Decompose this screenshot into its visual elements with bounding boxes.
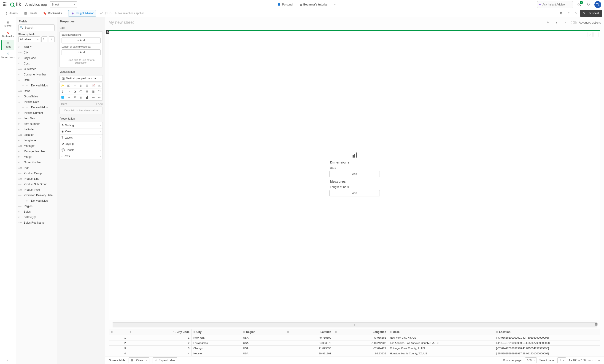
- add-right-icon[interactable]: +: [600, 189, 604, 193]
- viz-pivot-icon[interactable]: ▦: [90, 88, 97, 95]
- help-icon[interactable]: ? 3: [576, 1, 582, 8]
- viz-bullet-icon[interactable]: ▬: [90, 95, 97, 100]
- presentation-styling[interactable]: ⚙Styling›: [60, 141, 102, 147]
- field-item[interactable]: #Manager Number: [16, 149, 57, 154]
- field-item[interactable]: #Customer Number: [16, 72, 57, 77]
- field-item[interactable]: AbcRegion: [16, 204, 57, 209]
- field-item[interactable]: #Sales Qty: [16, 215, 57, 220]
- field-item[interactable]: #Item Number: [16, 121, 57, 127]
- column-menu-icon[interactable]: ≡: [130, 330, 131, 334]
- viz-frame[interactable]: ✥ ⤢ ⋯ Dimensions Bars Add Measures Lengt…: [109, 30, 600, 320]
- viz-map-icon[interactable]: 🌐: [60, 95, 66, 100]
- field-item[interactable]: #Order Number: [16, 160, 57, 165]
- presentation-labels[interactable]: TLabels›: [60, 135, 102, 141]
- column-menu-icon[interactable]: ≡: [287, 330, 289, 334]
- field-item[interactable]: #City Code: [16, 55, 57, 61]
- expand-viz-icon[interactable]: ⤢: [588, 32, 592, 37]
- rail-master[interactable]: 🔗Master items: [1, 51, 15, 60]
- viz-hbar-icon[interactable]: ▭: [72, 83, 78, 88]
- add-field-button[interactable]: +: [49, 36, 55, 42]
- field-item[interactable]: AbcCity: [16, 50, 57, 55]
- add-chart-icon[interactable]: +: [545, 19, 551, 26]
- column-menu-icon[interactable]: ≡: [496, 330, 498, 334]
- viz-stacked-icon[interactable]: ▤: [84, 83, 90, 88]
- field-item[interactable]: #Latitude: [16, 127, 57, 132]
- collapse-rail-icon[interactable]: ⇤: [7, 359, 9, 362]
- smart-search-icon[interactable]: ⌕⁺: [100, 12, 104, 15]
- viz-tree-icon[interactable]: ⧈: [66, 95, 72, 100]
- field-item[interactable]: #%KEY: [16, 44, 57, 50]
- column-menu-icon[interactable]: ≡: [193, 330, 195, 334]
- field-item[interactable]: AbcSales Rep Name: [16, 220, 57, 225]
- select-page-selector[interactable]: 1▾: [557, 357, 566, 363]
- presentation-color[interactable]: ◉Color›: [60, 129, 102, 135]
- column-header[interactable]: ≡Longitude: [333, 329, 388, 335]
- next-page-icon[interactable]: ›: [595, 359, 596, 362]
- fields-search-input[interactable]: [25, 26, 57, 29]
- source-table-selector[interactable]: ⊞Cities▾: [129, 357, 149, 363]
- field-item[interactable]: AbcManager: [16, 143, 57, 149]
- sheets-button[interactable]: ▦Sheets: [21, 10, 39, 16]
- viz-funnel-icon[interactable]: ▽: [72, 95, 78, 100]
- field-item[interactable]: ▭Invoice Date: [16, 99, 57, 105]
- avatar[interactable]: TL: [594, 1, 601, 8]
- qlik-logo[interactable]: lik: [10, 2, 21, 7]
- fields-search[interactable]: 🔍: [18, 24, 55, 31]
- add-dimension-button[interactable]: +Add: [62, 37, 101, 43]
- sheet-title[interactable]: My new sheet: [108, 20, 134, 25]
- rows-per-page-selector[interactable]: 100▾: [525, 357, 537, 363]
- expand-table-button[interactable]: ⤢Expand table: [153, 357, 177, 363]
- viz-table-icon[interactable]: ⊞: [84, 88, 90, 95]
- column-header[interactable]: ≡: [109, 329, 128, 335]
- field-item[interactable]: AbcDesc: [16, 88, 57, 94]
- table-row[interactable]: 33ChicagoUSA41.875555-87.624421Chicago, …: [109, 346, 600, 351]
- field-item[interactable]: #Cost: [16, 61, 57, 66]
- table-row[interactable]: 22Los AngelesUSA34.053678-118.242702Los …: [109, 340, 600, 346]
- personal-button[interactable]: 👤 Personal: [276, 1, 295, 8]
- viz-line-icon[interactable]: 📈: [90, 83, 97, 88]
- field-item[interactable]: AbcProduct Group: [16, 170, 57, 176]
- grid-icon[interactable]: ⊞: [558, 10, 565, 16]
- column-header[interactable]: ≡↑↓City Code: [128, 329, 191, 335]
- field-item[interactable]: AbcPromised Delivery Date: [16, 193, 57, 198]
- column-menu-icon[interactable]: ≡: [111, 330, 113, 334]
- column-menu-icon[interactable]: ≡: [243, 330, 245, 334]
- viz-combo-icon[interactable]: ⫿: [60, 88, 66, 95]
- field-item[interactable]: AbcProduct Sub Group: [16, 182, 57, 187]
- field-item[interactable]: ▭Date: [16, 77, 57, 83]
- last-page-icon[interactable]: ⇥: [598, 359, 600, 362]
- add-meas-canvas-button[interactable]: Add: [329, 190, 380, 196]
- advanced-toggle[interactable]: [571, 21, 577, 24]
- presentation-sorting[interactable]: ⇅Sorting›: [60, 122, 102, 129]
- viz-kpi-icon[interactable]: #1: [96, 88, 102, 95]
- viz-pie-icon[interactable]: ◔: [72, 88, 78, 95]
- field-item[interactable]: #Invoice Number: [16, 110, 57, 116]
- column-header[interactable]: ≡Location: [494, 329, 600, 335]
- rail-sheets[interactable]: ▦Sheets: [1, 19, 15, 29]
- column-menu-icon[interactable]: ≡: [335, 330, 337, 334]
- columns-icon[interactable]: ▥: [593, 321, 599, 328]
- field-derived[interactable]: ▭Derived fields: [16, 83, 57, 88]
- viz-donut-icon[interactable]: ◯: [78, 88, 84, 95]
- field-item[interactable]: AbcLocation: [16, 132, 57, 138]
- field-item[interactable]: #Longitude: [16, 138, 57, 143]
- edit-sheet-button[interactable]: ✎ Edit sheet: [580, 10, 602, 17]
- add-measure-button[interactable]: +Add: [62, 49, 101, 55]
- rail-fields[interactable]: ☰Fields: [1, 40, 14, 50]
- filters-add-button[interactable]: + Add: [96, 102, 103, 106]
- more-icon[interactable]: ⋯: [332, 1, 338, 8]
- app-launcher-icon[interactable]: [3, 2, 7, 7]
- prev-sheet-icon[interactable]: ‹: [554, 19, 560, 26]
- bell-icon[interactable]: [585, 1, 592, 8]
- viz-sankey-icon[interactable]: ⫼: [78, 95, 84, 100]
- first-page-icon[interactable]: ⇤: [589, 359, 591, 362]
- sheet-selector[interactable]: Sheet ▾: [50, 1, 77, 8]
- column-menu-icon[interactable]: ≡: [390, 330, 392, 334]
- viz-waterfall-icon[interactable]: ▟: [84, 95, 90, 100]
- add-dim-canvas-button[interactable]: Add: [329, 171, 380, 177]
- column-header[interactable]: ≡Region: [241, 329, 285, 335]
- field-derived[interactable]: ▭Derived fields: [16, 105, 57, 110]
- field-item[interactable]: AbcItem Desc: [16, 116, 57, 121]
- viz-menu-icon[interactable]: ⋯: [593, 32, 599, 37]
- tutorial-button[interactable]: ▦ Beginner's tutorial: [298, 1, 329, 8]
